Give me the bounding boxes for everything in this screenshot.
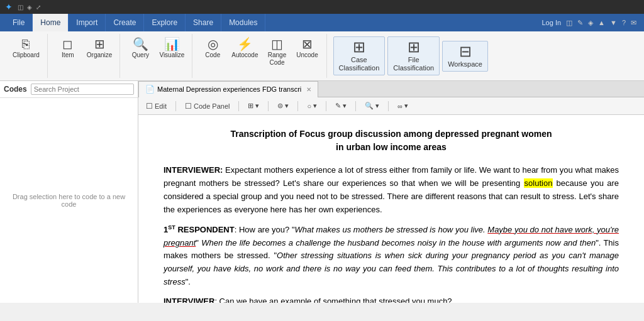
code-panel-label: Code Panel: [194, 102, 230, 110]
title-bar: ✦ ◫ ◈ ⤢: [0, 0, 644, 14]
visualize-button[interactable]: 📊 Visualize: [157, 36, 187, 60]
toolbar-icon-msg[interactable]: ✉: [631, 19, 636, 27]
toolbar-sep-1: [175, 101, 176, 111]
toolbar-icon-2[interactable]: ✎: [577, 19, 583, 27]
code-panel-button[interactable]: ☐ Code Panel: [182, 101, 233, 112]
more-icon: ∞: [397, 102, 402, 110]
clipboard-icon: ⎘: [22, 38, 30, 50]
query-button[interactable]: 🔍 Query: [126, 36, 154, 60]
user-signin[interactable]: Log In: [542, 19, 562, 26]
codes-panel: Codes Drag selection here to code to a n…: [0, 81, 138, 303]
ribbon-tabs: File Home Import Create Explore Share Mo…: [5, 14, 265, 31]
toolbar-icon-4[interactable]: ▲: [598, 19, 605, 26]
range-code-label: Range Code: [268, 52, 286, 67]
sort-icon: ⊜: [277, 102, 283, 110]
toolbar-sep-6: [355, 101, 356, 111]
sort-arrow: ▾: [285, 102, 289, 110]
toolbar-sep-7: [388, 101, 389, 111]
range-code-button[interactable]: ◫ Range Code: [264, 36, 291, 68]
toolbar-icon-help[interactable]: ?: [622, 19, 626, 26]
code-button[interactable]: ◎ Code: [199, 36, 226, 60]
zoom-button[interactable]: 🔍 ▾: [362, 101, 382, 111]
more-button[interactable]: ∞ ▾: [395, 101, 411, 111]
toolbar-icon-1[interactable]: ◫: [566, 19, 572, 27]
pencil-arrow: ▾: [343, 102, 347, 110]
codes-search-input[interactable]: [31, 84, 134, 95]
ribbon-group-classification: ⊞ CaseClassification ⊞ FileClassificatio…: [328, 34, 493, 78]
ribbon-query-inner: 🔍 Query 📊 Visualize: [126, 36, 187, 60]
italic-text-2: When the life becomes a challenge the hu…: [201, 238, 596, 248]
app-logo: ✦: [5, 2, 13, 12]
ribbon-group-clipboard: ⎘ Clipboard: [5, 34, 48, 78]
paragraph-interviewer-2: INTERVIWER: Can we have an example of so…: [164, 295, 619, 303]
ribbon-group-query: 🔍 Query 📊 Visualize: [121, 34, 192, 78]
file-classification-icon: ⊞: [408, 40, 420, 55]
uncode-button[interactable]: ⊠ Uncode: [294, 36, 321, 60]
view-toggle[interactable]: ⊞ ▾: [245, 101, 262, 111]
file-classification-label: FileClassification: [393, 56, 434, 72]
tab-share[interactable]: Share: [186, 14, 221, 31]
tab-modules[interactable]: Modules: [221, 14, 265, 31]
toolbar-sep-3: [268, 101, 269, 111]
document-area: 📄 Maternal Depression experiences FDG tr…: [138, 81, 644, 303]
zoom-arrow: ▾: [375, 102, 379, 110]
doc-tab-label: Maternal Depression experiences FDG tran…: [157, 85, 301, 93]
ribbon-items-inner: ◻ Item ⊞ Organize: [54, 36, 115, 60]
tab-import[interactable]: Import: [69, 14, 106, 31]
query-label: Query: [132, 52, 149, 59]
speaker-interviewer-2: INTERVIWER: [164, 297, 214, 303]
code-panel-checkbox[interactable]: ☐: [185, 102, 192, 111]
workspace-button[interactable]: ⊟ Workspace: [442, 41, 488, 72]
doc-tab-close[interactable]: ✕: [306, 86, 311, 93]
organize-button[interactable]: ⊞ Organize: [84, 36, 115, 60]
tab-file[interactable]: File: [5, 14, 33, 31]
codes-header: Codes: [0, 81, 138, 98]
speaker-respondent-1: 1ST RESPONDENT: [164, 225, 235, 234]
tab-create[interactable]: Create: [106, 14, 144, 31]
highlight-arrow: ▾: [313, 102, 317, 110]
uncode-label: Uncode: [296, 52, 318, 59]
case-classification-button[interactable]: ⊞ CaseClassification: [333, 36, 386, 75]
toolbar-icon-3[interactable]: ◈: [588, 19, 593, 27]
range-code-icon: ◫: [271, 38, 283, 50]
item-icon: ◻: [62, 38, 73, 50]
item-button[interactable]: ◻ Item: [54, 36, 82, 60]
sort-button[interactable]: ⊜ ▾: [275, 101, 291, 111]
organize-icon: ⊞: [94, 38, 105, 50]
speaker-interviewer-1: INTERVIEWER:: [164, 165, 223, 175]
toolbar-icon-5[interactable]: ▼: [610, 19, 617, 26]
pencil-button[interactable]: ✎ ▾: [333, 101, 349, 111]
paragraph-respondent-1: 1ST RESPONDENT: How are you? "What makes…: [164, 223, 619, 289]
document-content: Transcription of Focus group discussion …: [138, 115, 644, 303]
title-bar-controls: ◫ ◈ ⤢: [18, 4, 41, 11]
more-arrow: ▾: [404, 102, 408, 110]
autocode-label: Autocode: [231, 52, 258, 59]
edit-label: Edit: [155, 102, 167, 110]
doc-tab[interactable]: 📄 Maternal Depression experiences FDG tr…: [138, 81, 318, 97]
clipboard-button[interactable]: ⎘ Clipboard: [10, 36, 42, 60]
clipboard-label: Clipboard: [13, 52, 40, 59]
toolbar-sep-5: [326, 101, 326, 111]
interviewer-text-3: : Can we have an example of something th…: [214, 297, 452, 303]
paragraph-interviewer-1: INTERVIEWER: Expectant mothers experienc…: [164, 164, 619, 216]
highlight-button[interactable]: ○ ▾: [304, 101, 319, 111]
code-icon: ◎: [208, 38, 218, 50]
ribbon: ⎘ Clipboard ◻ Item ⊞ Organize 🔍 Query 📊 …: [0, 31, 644, 81]
file-classification-button[interactable]: ⊞ FileClassification: [387, 36, 440, 75]
tab-explore[interactable]: Explore: [144, 14, 186, 31]
query-icon: 🔍: [133, 38, 148, 50]
top-right-toolbar: Log In ◫ ✎ ◈ ▲ ▼ ? ✉: [542, 19, 640, 27]
edit-button[interactable]: ☐ Edit: [143, 101, 169, 112]
tb-icon-2: ◈: [27, 4, 32, 11]
organize-label: Organize: [87, 52, 113, 59]
autocode-button[interactable]: ⚡ Autocode: [229, 36, 260, 60]
document-body: INTERVIEWER: Expectant mothers experienc…: [164, 164, 619, 303]
tb-icon-1: ◫: [18, 4, 23, 11]
edit-checkbox[interactable]: ☐: [146, 102, 153, 111]
main-area: Codes Drag selection here to code to a n…: [0, 81, 644, 303]
visualize-label: Visualize: [159, 52, 184, 59]
ribbon-code-inner: ◎ Code ⚡ Autocode ◫ Range Code ⊠ Uncode: [199, 36, 321, 68]
tab-home[interactable]: Home: [33, 14, 69, 31]
ribbon-tab-bar: File Home Import Create Explore Share Mo…: [0, 14, 644, 31]
case-classification-icon: ⊞: [353, 40, 365, 55]
